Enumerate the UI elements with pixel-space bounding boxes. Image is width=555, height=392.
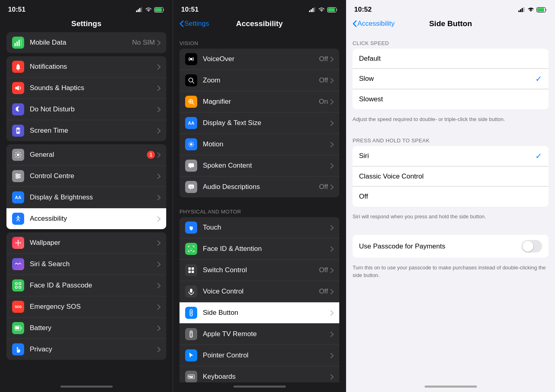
svg-rect-68 [523, 7, 524, 12]
wifi-icon-2 [318, 7, 325, 12]
side-button-row[interactable]: Side Button [179, 302, 339, 324]
svg-point-25 [15, 242, 17, 244]
touch-row[interactable]: Touch [179, 217, 339, 238]
siri-option-row[interactable]: Siri ✓ [353, 146, 549, 166]
svg-rect-47 [188, 267, 191, 270]
display-right [157, 195, 161, 200]
control-centre-row[interactable]: Control Centre [6, 166, 166, 187]
voice-control-value: Off [319, 287, 328, 296]
spoken-content-row[interactable]: Spoken Content [179, 155, 339, 177]
magnifier-right: On [319, 98, 334, 106]
status-icons-1 [136, 7, 165, 12]
apple-tv-row[interactable]: Apple TV Remote [179, 324, 339, 345]
use-passcode-toggle[interactable] [522, 240, 542, 252]
wallpaper-row[interactable]: Wallpaper [6, 232, 166, 254]
battery-row[interactable]: Battery [6, 318, 166, 339]
chevron-icon [330, 246, 334, 252]
screen-time-right [157, 128, 161, 133]
pointer-control-row[interactable]: Pointer Control [179, 345, 339, 366]
svg-rect-11 [15, 87, 17, 89]
audio-desc-row[interactable]: AD Audio Descriptions Off [179, 177, 339, 197]
motion-row[interactable]: Motion [179, 134, 339, 155]
general-row[interactable]: General 1 [6, 144, 166, 166]
slowest-option-row[interactable]: Slowest [353, 89, 549, 109]
chevron-icon [330, 332, 334, 337]
sounds-row[interactable]: Sounds & Haptics [6, 78, 166, 99]
accessibility-person-icon [14, 215, 22, 222]
svg-point-10 [18, 69, 19, 70]
magnifier-row[interactable]: Magnifier On [179, 91, 339, 113]
home-indicator-2 [173, 382, 346, 392]
svg-point-56 [191, 332, 192, 333]
sos-row[interactable]: SOS Emergency SOS [6, 296, 166, 318]
time-3: 10:52 [354, 6, 371, 14]
voice-control-row[interactable]: Voice Control Off [179, 281, 339, 302]
display-label: Display & Brightness [30, 193, 93, 201]
off-option-row[interactable]: Off [353, 187, 549, 207]
display-text-size-row[interactable]: AA Display & Text Size [179, 113, 339, 134]
audio-desc-right: Off [319, 183, 334, 191]
status-bar-2: 10:51 [173, 0, 346, 17]
battery-right [157, 326, 161, 331]
svg-rect-9 [21, 39, 22, 46]
voice-control-right: Off [319, 287, 334, 296]
home-bar-1 [60, 386, 113, 388]
nav-bar-2: Settings Accessibility [173, 17, 346, 32]
screen-time-row[interactable]: Screen Time [6, 120, 166, 141]
pointer-control-icon [185, 349, 197, 361]
keyboards-row[interactable]: Keyboards [179, 366, 339, 382]
display-content: Display & Brightness [30, 193, 161, 201]
faceid-label: Face ID & Passcode [30, 281, 92, 289]
signal-icon-3 [518, 7, 525, 12]
accessibility-row[interactable]: Accessibility [6, 208, 166, 229]
pointer-icon [188, 352, 195, 359]
svg-rect-36 [314, 7, 315, 12]
mobile-data-group: Mobile Data No SIM [6, 32, 166, 53]
switch-control-row[interactable]: Switch Control Off [179, 260, 339, 281]
siri-icon [12, 258, 24, 270]
slow-option-row[interactable]: Slow ✓ [353, 69, 549, 89]
press-hold-description: Siri will respond when you press and hol… [346, 210, 555, 227]
default-option-row[interactable]: Default [353, 49, 549, 69]
face-id-att-row[interactable]: Face ID & Attention [179, 238, 339, 260]
general-badge: 1 [147, 151, 155, 159]
voiceover-row[interactable]: VoiceOver Off [179, 49, 339, 70]
vision-header: VISION [173, 32, 346, 49]
svg-rect-6 [14, 43, 16, 46]
side-button-right [330, 310, 334, 316]
svg-point-39 [190, 58, 192, 60]
face-icon [14, 282, 22, 289]
battery-content: Battery [30, 324, 161, 332]
svg-point-18 [18, 175, 19, 177]
chevron-icon [330, 289, 334, 294]
side-button-svg-icon [188, 309, 195, 316]
privacy-icon [12, 343, 24, 355]
svg-rect-33 [309, 10, 310, 12]
vision-group: VoiceOver Off Zoom Off [179, 49, 339, 197]
zoom-row[interactable]: Zoom Off [179, 70, 339, 91]
use-passcode-row[interactable]: Use Passcode for Payments [353, 235, 549, 258]
sos-content: Emergency SOS [30, 303, 161, 311]
control-centre-icon [12, 170, 24, 182]
mobile-data-row[interactable]: Mobile Data No SIM [6, 32, 166, 53]
faceid-row[interactable]: Face ID & Passcode [6, 275, 166, 296]
privacy-row[interactable]: Privacy [6, 339, 166, 360]
keyboards-icon [185, 371, 197, 382]
svg-rect-30 [19, 286, 21, 288]
notifications-row[interactable]: Notifications [6, 56, 166, 78]
siri-wave-icon [14, 261, 22, 268]
back-button-3[interactable]: Accessibility [353, 20, 395, 28]
sounds-content: Sounds & Haptics [30, 84, 161, 92]
mobile-data-icon [12, 37, 24, 49]
siri-row[interactable]: Siri & Search [6, 254, 166, 275]
voiceover-icon [185, 53, 197, 65]
back-button-2[interactable]: Settings [179, 20, 209, 28]
classic-voice-option-row[interactable]: Classic Voice Control [353, 166, 549, 187]
display-row[interactable]: AA Display & Brightness [6, 187, 166, 208]
off-option-label: Off [359, 193, 542, 201]
chevron-icon [157, 86, 161, 91]
display-icon: AA [12, 191, 24, 203]
svg-rect-64 [190, 377, 193, 378]
svg-rect-67 [522, 8, 523, 12]
dnd-row[interactable]: Do Not Disturb [6, 99, 166, 120]
